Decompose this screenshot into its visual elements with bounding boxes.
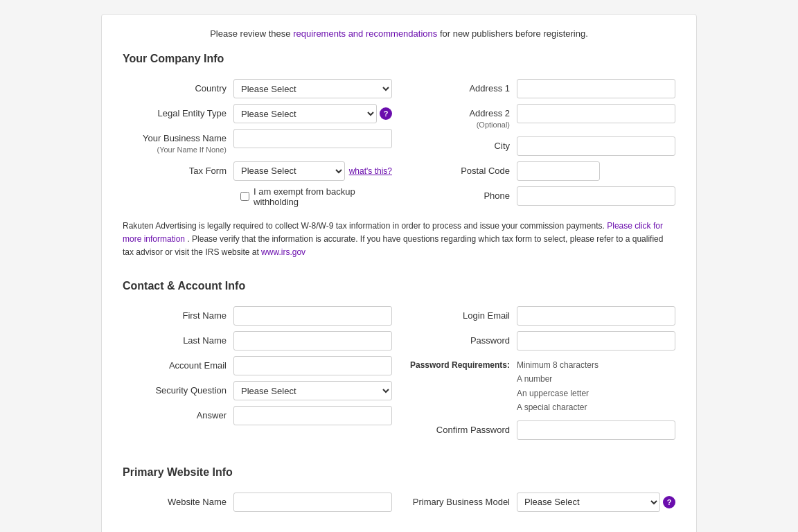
top-notice: Please review these requirements and rec… bbox=[123, 28, 675, 39]
business-model-control: Please Select ? bbox=[517, 493, 675, 512]
login-email-row: Login Email bbox=[406, 306, 675, 326]
address1-row: Address 1 bbox=[406, 79, 675, 98]
legal-entity-control: Please Select ? bbox=[233, 104, 392, 123]
notice2-text: . Please verify that the information is … bbox=[123, 234, 663, 257]
answer-input[interactable] bbox=[233, 406, 392, 425]
req-number: A number bbox=[517, 373, 675, 386]
address1-input[interactable] bbox=[517, 79, 675, 98]
password-label: Password bbox=[406, 331, 517, 347]
country-select[interactable]: Please Select bbox=[233, 79, 392, 98]
tax-form-select[interactable]: Please Select bbox=[233, 161, 345, 181]
contact-col-right: Login Email Password Password Requiremen… bbox=[406, 306, 675, 445]
security-question-row: Security Question Please Select bbox=[123, 381, 392, 400]
legal-entity-info-icon[interactable]: ? bbox=[380, 107, 392, 120]
account-email-input[interactable] bbox=[233, 356, 392, 375]
company-col-right: Address 1 Address 2 (Optional) City bbox=[406, 79, 675, 211]
business-model-row: Primary Business Model Please Select ? bbox=[406, 493, 675, 512]
postal-input[interactable] bbox=[517, 161, 600, 181]
first-name-input[interactable] bbox=[233, 306, 392, 326]
answer-label: Answer bbox=[123, 406, 233, 422]
req-uppercase: An uppercase letter bbox=[517, 387, 675, 400]
confirm-password-input[interactable] bbox=[517, 420, 675, 440]
business-model-select[interactable]: Please Select bbox=[517, 493, 660, 512]
contact-section-title: Contact & Account Info bbox=[123, 280, 675, 295]
city-control bbox=[517, 136, 675, 156]
postal-control bbox=[517, 161, 675, 181]
phone-control bbox=[517, 186, 675, 206]
website-name-row: Website Name bbox=[123, 493, 392, 512]
exempt-row: I am exempt from backup withholding bbox=[240, 186, 392, 207]
company-col-left: Country Please Select Legal Entity Type … bbox=[123, 79, 392, 211]
postal-label: Postal Code bbox=[406, 161, 517, 177]
first-name-label: First Name bbox=[123, 306, 233, 322]
confirm-password-label: Confirm Password bbox=[406, 420, 517, 436]
last-name-label: Last Name bbox=[123, 331, 233, 347]
website-col-right: Primary Business Model Please Select ? bbox=[406, 493, 675, 517]
country-row: Country Please Select bbox=[123, 79, 392, 98]
company-info-section: Your Company Info Country Please Select … bbox=[123, 53, 675, 259]
address2-label: Address 2 (Optional) bbox=[406, 104, 517, 131]
address1-label: Address 1 bbox=[406, 79, 517, 95]
page-container: Please review these requirements and rec… bbox=[101, 14, 697, 532]
website-two-col: Website Name Primary Business Model Plea… bbox=[123, 493, 675, 517]
phone-row: Phone bbox=[406, 186, 675, 206]
login-email-control bbox=[517, 306, 675, 326]
website-name-control bbox=[233, 493, 392, 512]
address1-control bbox=[517, 79, 675, 98]
tax-form-row: Tax Form Please Select what's this? bbox=[123, 161, 392, 181]
account-email-control bbox=[233, 356, 392, 375]
notice-text-before: Please review these bbox=[210, 28, 293, 39]
website-col-left: Website Name bbox=[123, 493, 392, 517]
last-name-control bbox=[233, 331, 392, 351]
company-two-col: Country Please Select Legal Entity Type … bbox=[123, 79, 675, 211]
first-name-row: First Name bbox=[123, 306, 392, 326]
security-question-control: Please Select bbox=[233, 381, 392, 400]
whats-this-link[interactable]: what's this? bbox=[349, 166, 392, 176]
website-name-label: Website Name bbox=[123, 493, 233, 508]
legal-entity-select[interactable]: Please Select bbox=[233, 104, 377, 123]
phone-input[interactable] bbox=[517, 186, 675, 206]
login-email-input[interactable] bbox=[517, 306, 675, 326]
security-question-label: Security Question bbox=[123, 381, 233, 397]
tax-form-control: Please Select what's this? bbox=[233, 161, 392, 181]
business-name-control bbox=[233, 129, 392, 148]
business-name-label: Your Business Name (Your Name If None) bbox=[123, 129, 233, 156]
website-section: Primary Website Info Website Name Primar… bbox=[123, 466, 675, 517]
login-email-label: Login Email bbox=[406, 306, 517, 322]
contact-col-left: First Name Last Name Account Email bbox=[123, 306, 392, 445]
req-min-chars: Minimum 8 characters bbox=[517, 359, 675, 372]
business-name-input[interactable] bbox=[233, 129, 392, 148]
business-name-row: Your Business Name (Your Name If None) bbox=[123, 129, 392, 156]
country-label: Country bbox=[123, 79, 233, 95]
exempt-checkbox[interactable] bbox=[240, 192, 249, 201]
notice1-text: Rakuten Advertising is legally required … bbox=[123, 221, 605, 231]
business-model-info-icon[interactable]: ? bbox=[663, 496, 675, 508]
notice-link[interactable]: requirements and recommendations bbox=[293, 28, 437, 39]
password-reqs-label: Password Requirements: bbox=[406, 356, 517, 371]
account-email-label: Account Email bbox=[123, 356, 233, 372]
last-name-input[interactable] bbox=[233, 331, 392, 351]
confirm-password-row: Confirm Password bbox=[406, 420, 675, 440]
website-name-input[interactable] bbox=[233, 493, 392, 512]
exempt-label: I am exempt from backup withholding bbox=[254, 186, 392, 207]
country-control: Please Select bbox=[233, 79, 392, 98]
contact-two-col: First Name Last Name Account Email bbox=[123, 306, 675, 445]
password-control bbox=[517, 331, 675, 351]
notice-text-after: for new publishers before registering. bbox=[437, 28, 588, 39]
company-section-title: Your Company Info bbox=[123, 53, 675, 68]
first-name-control bbox=[233, 306, 392, 326]
city-row: City bbox=[406, 136, 675, 156]
irs-link[interactable]: www.irs.gov bbox=[261, 247, 305, 257]
address2-input[interactable] bbox=[517, 104, 675, 123]
tax-form-label: Tax Form bbox=[123, 161, 233, 177]
answer-control bbox=[233, 406, 392, 425]
password-input[interactable] bbox=[517, 331, 675, 351]
password-requirements: Minimum 8 characters A number An upperca… bbox=[517, 359, 675, 414]
city-label: City bbox=[406, 136, 517, 152]
postal-row: Postal Code bbox=[406, 161, 675, 181]
password-row: Password bbox=[406, 331, 675, 351]
last-name-row: Last Name bbox=[123, 331, 392, 351]
security-question-select[interactable]: Please Select bbox=[233, 381, 392, 400]
city-input[interactable] bbox=[517, 136, 675, 156]
account-email-row: Account Email bbox=[123, 356, 392, 375]
